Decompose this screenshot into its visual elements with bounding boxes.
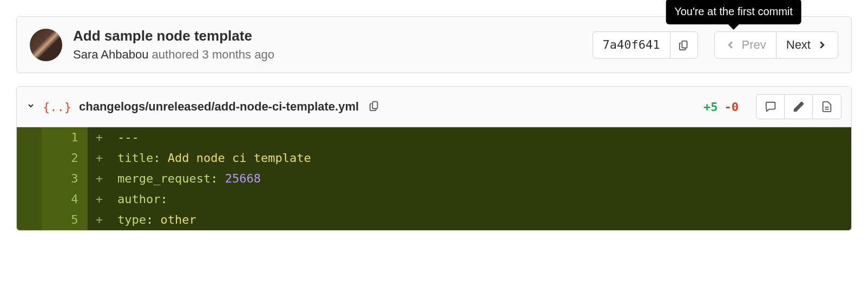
diff-line[interactable]: 2+title: Add node ci template [17, 148, 851, 168]
code: title: Add node ci template [111, 148, 851, 168]
diff-line[interactable]: 1+--- [17, 127, 851, 148]
clipboard-icon [369, 100, 380, 112]
avatar[interactable] [30, 29, 62, 61]
old-line-num [17, 148, 42, 168]
chevron-left-icon [725, 39, 737, 51]
commit-author[interactable]: Sara Ahbabou [73, 48, 148, 61]
clipboard-icon [678, 39, 690, 51]
diff-line[interactable]: 3+merge_request: 25668 [17, 168, 851, 189]
file-header: {..} changelogs/unreleased/add-node-ci-t… [17, 87, 851, 127]
chevron-down-icon [27, 101, 35, 110]
diff-sign: + [87, 148, 111, 168]
view-file-button[interactable] [813, 95, 841, 119]
copy-path-button[interactable] [369, 100, 380, 114]
sha-group: 7a40f641 [593, 31, 698, 58]
edit-button[interactable] [785, 95, 813, 119]
old-line-num [17, 210, 42, 230]
diff-sign: + [87, 210, 111, 230]
commit-header: Add sample node template Sara Ahbabou au… [16, 16, 852, 73]
commit-sha[interactable]: 7a40f641 [593, 32, 670, 58]
new-line-num: 3 [42, 168, 87, 189]
diff-table: 1+---2+title: Add node ci template3+merg… [17, 127, 851, 230]
diff-line[interactable]: 4+author: [17, 189, 851, 210]
lines-added: +5 [703, 100, 718, 114]
svg-rect-0 [682, 41, 687, 48]
code: merge_request: 25668 [111, 168, 851, 189]
new-line-num: 1 [42, 127, 87, 148]
authored-word: authored [152, 48, 199, 61]
diff-line[interactable]: 5+type: other [17, 210, 851, 230]
code: author: [111, 189, 851, 210]
old-line-num [17, 189, 42, 210]
pencil-icon [793, 101, 805, 113]
diff-stats: +5 -0 [703, 100, 739, 114]
prev-button[interactable]: Prev [715, 32, 777, 58]
code: --- [111, 127, 851, 148]
lines-removed: -0 [725, 100, 739, 114]
old-line-num [17, 168, 42, 189]
commit-time: 3 months ago [202, 48, 274, 61]
next-button[interactable]: Next [777, 32, 838, 58]
commit-meta: Sara Ahbabou authored 3 months ago [73, 48, 593, 62]
tooltip: You're at the first commit [666, 0, 801, 24]
commit-title: Add sample node template [73, 28, 593, 44]
commit-nav: You're at the first commit Prev Next [714, 31, 839, 58]
diff-sign: + [87, 168, 111, 189]
new-line-num: 2 [42, 148, 87, 168]
comment-button[interactable] [757, 95, 785, 119]
file-icon [821, 101, 833, 113]
diff-sign: + [87, 127, 111, 148]
new-line-num: 4 [42, 189, 87, 210]
next-label: Next [786, 38, 811, 52]
new-line-num: 5 [42, 210, 87, 230]
chevron-right-icon [816, 39, 828, 51]
commit-actions: 7a40f641 You're at the first commit Prev… [593, 31, 838, 58]
prev-label: Prev [742, 38, 766, 52]
old-line-num [17, 127, 42, 148]
diff-sign: + [87, 189, 111, 210]
file-type-icon: {..} [43, 100, 71, 114]
comment-icon [765, 101, 777, 113]
collapse-toggle[interactable] [27, 101, 35, 112]
file-actions [756, 94, 841, 119]
code: type: other [111, 210, 851, 230]
commit-info: Add sample node template Sara Ahbabou au… [73, 28, 593, 62]
file-diff: {..} changelogs/unreleased/add-node-ci-t… [16, 86, 852, 231]
svg-rect-1 [372, 102, 377, 109]
copy-sha-button[interactable] [670, 32, 698, 58]
file-path[interactable]: changelogs/unreleased/add-node-ci-templa… [79, 100, 359, 114]
